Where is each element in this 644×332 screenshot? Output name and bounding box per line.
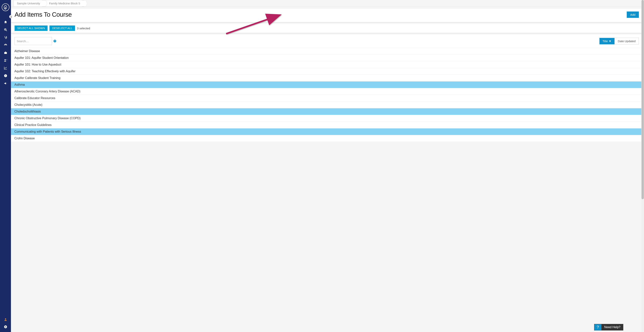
selected-count: 3 selected	[77, 27, 90, 30]
add-button[interactable]: Add	[627, 11, 639, 18]
page-title: Add Items To Course	[14, 11, 72, 18]
home-icon[interactable]	[4, 20, 7, 24]
search-sort-bar: ? Title ▼ Date Updated	[11, 34, 642, 48]
sort-toggle: Title ▼ Date Updated	[599, 38, 639, 44]
svg-line-1	[6, 30, 7, 31]
list-item[interactable]: Aquifer Calibrate Student Training	[11, 75, 642, 81]
list-item[interactable]: Cholecystitis (Acute)	[11, 102, 642, 108]
select-all-button[interactable]: SELECT ALL SHOWN	[14, 25, 48, 31]
sidebar-expand-button[interactable]: ❯	[9, 15, 13, 18]
list-item[interactable]: Clinical Practice Guidelines	[11, 122, 642, 128]
list-item[interactable]: Choledocholithiasis	[11, 108, 642, 115]
stethoscope-icon[interactable]	[4, 36, 7, 39]
deselect-all-button[interactable]: DESELECT ALL	[50, 25, 75, 31]
list-item[interactable]: Alzheimer Disease	[11, 48, 642, 55]
breadcrumb: Sample University Family Medicine Block …	[11, 0, 642, 7]
bullhorn-icon[interactable]	[4, 82, 7, 85]
user-icon[interactable]	[4, 318, 7, 321]
help-question-icon: ?	[594, 324, 602, 331]
close-circle-icon[interactable]	[4, 325, 7, 329]
page-header: Add Items To Course Add	[11, 8, 642, 22]
main-content: Sample University Family Medicine Block …	[11, 0, 642, 332]
search-icon[interactable]	[4, 28, 7, 31]
scrollbar[interactable]	[641, 0, 644, 332]
scrollbar-thumb[interactable]	[642, 0, 644, 199]
list-item[interactable]: Calibrate Educator Resources	[11, 95, 642, 102]
help-label: Need Help?	[602, 324, 624, 331]
svg-point-5	[4, 59, 6, 60]
help-icon[interactable]: ?	[54, 40, 56, 42]
need-help-widget[interactable]: ? Need Help?	[594, 324, 624, 331]
info-icon[interactable]	[4, 74, 7, 77]
list-item[interactable]: Aquifer 102: Teaching Effectively with A…	[11, 68, 642, 75]
list-item[interactable]: Aquifer 101: Aquifer Student Orientation	[11, 55, 642, 61]
list-item[interactable]: Atherosclerotic Coronary Artery Disease …	[11, 88, 642, 95]
list-item[interactable]: Communicating with Patients with Serious…	[11, 128, 642, 135]
svg-point-4	[6, 37, 7, 37]
item-list: Alzheimer DiseaseAquifer 101: Aquifer St…	[11, 48, 642, 142]
list-item[interactable]: Asthma	[11, 81, 642, 88]
list-item[interactable]: Aquifer 101: How to Use Aqueduct	[11, 61, 642, 68]
svg-point-9	[5, 319, 6, 320]
svg-rect-7	[5, 75, 6, 76]
breadcrumb-item[interactable]: Sample University	[14, 0, 44, 7]
user-plus-icon[interactable]	[4, 59, 7, 62]
search-input[interactable]	[14, 37, 52, 45]
breadcrumb-item[interactable]: Family Medicine Block 5	[44, 0, 84, 7]
line-chart-icon[interactable]	[4, 66, 7, 70]
app-logo	[2, 3, 10, 11]
svg-rect-8	[5, 75, 6, 75]
sort-date-button[interactable]: Date Updated	[614, 38, 639, 44]
list-item[interactable]: Chronic Obstructive Pulmonary Disease (C…	[11, 115, 642, 122]
sidebar-nav: ❯	[0, 0, 11, 332]
gauge-icon[interactable]	[4, 43, 7, 47]
selection-bar: SELECT ALL SHOWN DESELECT ALL 3 selected	[11, 23, 642, 33]
briefcase-icon[interactable]	[4, 51, 7, 54]
sort-title-button[interactable]: Title ▼	[600, 38, 615, 44]
list-item[interactable]: Crohn Disease	[11, 135, 642, 142]
